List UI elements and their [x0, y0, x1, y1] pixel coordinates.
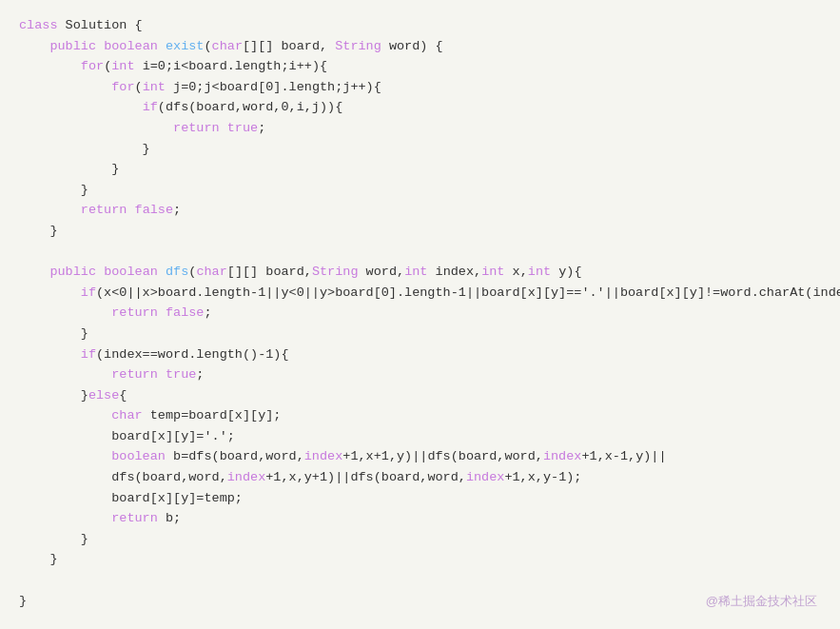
code-line: } [19, 529, 821, 550]
code-line: } [19, 549, 821, 570]
code-line: for(int i=0;i<board.length;i++){ [19, 56, 821, 77]
code-line: if(x<0||x>board.length-1||y<0||y>board[0… [19, 283, 821, 304]
code-line: return false; [19, 200, 821, 221]
code-line: dfs(board,word,index+1,x,y+1)||dfs(board… [19, 467, 821, 488]
code-line: return true; [19, 118, 821, 139]
code-line [19, 242, 821, 263]
code-container: class Solution { public boolean exist(ch… [19, 15, 821, 611]
code-line: if(index==word.length()-1){ [19, 344, 821, 365]
code-line: } [19, 324, 821, 344]
code-line: public boolean dfs(char[][] board,String… [19, 262, 821, 283]
code-line: } [19, 591, 821, 612]
code-line: for(int j=0;j<board[0].length;j++){ [19, 77, 821, 98]
code-line: return true; [19, 364, 821, 385]
code-line: char temp=board[x][y]; [19, 405, 821, 426]
code-line [19, 570, 821, 591]
code-line: board[x][y]=temp; [19, 488, 821, 509]
code-line: } [19, 180, 821, 201]
code-line: return false; [19, 303, 821, 324]
code-line: board[x][y]='.'; [19, 426, 821, 447]
code-line: public boolean exist(char[][] board, Str… [19, 36, 821, 57]
code-line: } [19, 221, 821, 242]
code-line: return b; [19, 508, 821, 529]
code-line: if(dfs(board,word,0,i,j)){ [19, 97, 821, 118]
watermark: @稀土掘金技术社区 [706, 592, 817, 612]
code-line: boolean b=dfs(board,word,index+1,x+1,y)|… [19, 446, 821, 467]
code-line: }else{ [19, 385, 821, 406]
code-line: class Solution { [19, 15, 821, 36]
code-line: } [19, 159, 821, 180]
code-line: } [19, 139, 821, 160]
